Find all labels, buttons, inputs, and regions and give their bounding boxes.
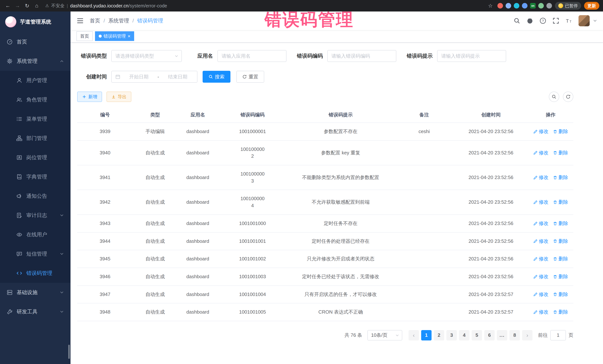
refresh-button[interactable] bbox=[563, 92, 573, 102]
sidebar-item-home[interactable]: 首页 bbox=[0, 32, 70, 52]
edit-link[interactable]: 修改 bbox=[533, 238, 548, 245]
sidebar-item-notice[interactable]: 通知公告 bbox=[0, 187, 70, 206]
ext-on-badge-icon[interactable]: on bbox=[530, 3, 536, 9]
table-header: 编号类型应用名错误码编码错误码提示备注创建时间操作 bbox=[77, 107, 573, 123]
edit-link[interactable]: 修改 bbox=[533, 220, 548, 227]
browser-chrome: ← → ↻ ⌂ ⚠ 不安全 | dashboard.yudao.iocoder.… bbox=[0, 0, 603, 11]
ext-teal-check-icon[interactable] bbox=[514, 3, 519, 9]
delete-link[interactable]: 删除 bbox=[553, 273, 568, 280]
edit-link[interactable]: 修改 bbox=[533, 174, 548, 181]
delete-link[interactable]: 删除 bbox=[553, 255, 568, 263]
sidebar-item-system[interactable]: 系统管理 bbox=[0, 52, 70, 71]
sidebar-item-error-code[interactable]: 错误码管理 bbox=[0, 264, 70, 283]
delete-link[interactable]: 删除 bbox=[553, 238, 568, 245]
github-icon[interactable] bbox=[527, 17, 533, 24]
add-button[interactable]: 新增 bbox=[77, 92, 102, 102]
chevron-down-icon bbox=[174, 54, 178, 58]
home-icon[interactable]: ⌂ bbox=[33, 2, 41, 10]
filter-form-row-2: 创建时间 开始日期 - 结束日期 搜索 重置 bbox=[77, 71, 603, 83]
back-icon[interactable]: ← bbox=[4, 2, 12, 10]
close-icon[interactable]: × bbox=[128, 34, 130, 39]
error-msg-label: 错误码提示 bbox=[402, 53, 437, 59]
ext-drop-icon[interactable] bbox=[506, 3, 511, 9]
search-icon[interactable] bbox=[514, 17, 520, 24]
font-size-icon[interactable]: TT bbox=[566, 17, 572, 24]
sidebar-item-menu[interactable]: 菜单管理 bbox=[0, 109, 70, 129]
search-button[interactable]: 搜索 bbox=[203, 71, 231, 83]
avatar[interactable] bbox=[579, 15, 590, 26]
sidebar-item-dept[interactable]: 部门管理 bbox=[0, 129, 70, 148]
ext-paw-icon[interactable] bbox=[546, 3, 552, 9]
sidebar-item-role[interactable]: 角色管理 bbox=[0, 90, 70, 109]
more-pages-button[interactable]: ... bbox=[497, 330, 507, 341]
forward-icon[interactable]: → bbox=[13, 2, 22, 10]
delete-link[interactable]: 删除 bbox=[553, 149, 568, 156]
app-name-label: 应用名 bbox=[192, 53, 218, 59]
sidebar-item-dev-tools[interactable]: 研发工具 bbox=[0, 302, 70, 321]
edit-link[interactable]: 修改 bbox=[533, 291, 548, 298]
delete-link[interactable]: 删除 bbox=[553, 174, 568, 181]
edit-link[interactable]: 修改 bbox=[533, 273, 548, 280]
sidebar-item-audit-log[interactable]: 审计日志 bbox=[0, 206, 70, 225]
page-size-select[interactable]: 10条/页 bbox=[367, 330, 402, 341]
page-button-6[interactable]: 6 bbox=[484, 330, 495, 341]
delete-link[interactable]: 删除 bbox=[553, 220, 568, 227]
reset-button[interactable]: 重置 bbox=[236, 71, 264, 83]
breadcrumb-item[interactable]: 首页 bbox=[90, 17, 100, 24]
edit-link[interactable]: 修改 bbox=[533, 255, 548, 263]
hamburger-icon[interactable] bbox=[76, 17, 84, 24]
delete-link[interactable]: 删除 bbox=[553, 309, 568, 316]
page-button-8[interactable]: 8 bbox=[510, 330, 520, 341]
menu-icon bbox=[16, 116, 22, 122]
edit-link[interactable]: 修改 bbox=[533, 309, 548, 316]
edit-icon bbox=[533, 310, 538, 314]
sidebar-item-user[interactable]: 用户管理 bbox=[0, 71, 70, 90]
bookmark-star-icon[interactable]: ☆ bbox=[486, 2, 494, 10]
next-page-button[interactable]: › bbox=[522, 330, 533, 341]
sidebar-item-dict[interactable]: 字典管理 bbox=[0, 167, 70, 187]
reload-icon[interactable]: ↻ bbox=[23, 2, 31, 10]
page-button-5[interactable]: 5 bbox=[472, 330, 482, 341]
sidebar-item-sms[interactable]: 短信管理 bbox=[0, 244, 70, 264]
delete-link[interactable]: 删除 bbox=[553, 128, 568, 135]
dict-icon bbox=[16, 174, 22, 180]
avatar-caret-icon[interactable] bbox=[593, 19, 597, 23]
delete-link[interactable]: 删除 bbox=[553, 291, 568, 298]
cell-id: 3941 bbox=[77, 169, 133, 186]
ext-grid-icon[interactable] bbox=[522, 3, 527, 9]
page-button-4[interactable]: 4 bbox=[459, 330, 469, 341]
paused-badge[interactable]: 已暂停 bbox=[555, 2, 581, 10]
toggle-search-button[interactable] bbox=[549, 92, 559, 102]
edit-link[interactable]: 修改 bbox=[533, 149, 548, 156]
delete-icon bbox=[553, 275, 557, 279]
sidebar-item-infra[interactable]: 基础设施 bbox=[0, 283, 70, 302]
prev-page-button[interactable]: ‹ bbox=[408, 330, 419, 341]
sidebar-item-post[interactable]: 岗位管理 bbox=[0, 148, 70, 167]
sidebar-item-online-user[interactable]: 在线用户 bbox=[0, 225, 70, 244]
date-range-picker[interactable]: 开始日期 - 结束日期 bbox=[111, 71, 197, 83]
tab-home[interactable]: 首页 bbox=[76, 31, 93, 41]
ext-leaf-icon[interactable] bbox=[538, 3, 544, 9]
error-msg-input[interactable] bbox=[437, 50, 506, 62]
fullscreen-icon[interactable] bbox=[553, 17, 559, 24]
ext-record-icon[interactable] bbox=[498, 3, 503, 9]
error-type-select[interactable]: 请选择错误码类型 bbox=[111, 50, 182, 62]
edit-link[interactable]: 修改 bbox=[533, 199, 548, 206]
goto-page-input[interactable] bbox=[550, 330, 566, 341]
tab-error-code[interactable]: 错误码管理× bbox=[95, 31, 134, 41]
app-name-input[interactable] bbox=[218, 50, 287, 62]
breadcrumb-item[interactable]: 系统管理 bbox=[108, 17, 129, 24]
delete-link[interactable]: 删除 bbox=[553, 199, 568, 206]
column-header-6: 备注 bbox=[394, 107, 454, 122]
export-button[interactable]: 导出 bbox=[106, 92, 131, 102]
address-bar[interactable]: ⚠ 不安全 | dashboard.yudao.iocoder.cn/syste… bbox=[45, 3, 167, 9]
error-code-input[interactable] bbox=[327, 50, 396, 62]
page-button-1[interactable]: 1 bbox=[421, 330, 431, 341]
page-button-2[interactable]: 2 bbox=[434, 330, 444, 341]
update-button[interactable]: 更新 bbox=[584, 2, 599, 10]
sidebar-scrollbar[interactable] bbox=[68, 345, 70, 359]
page-button-3[interactable]: 3 bbox=[446, 330, 457, 341]
edit-link[interactable]: 修改 bbox=[533, 128, 548, 135]
logo[interactable]: 芋道管理系统 bbox=[0, 11, 70, 32]
help-icon[interactable]: ? bbox=[540, 17, 546, 24]
